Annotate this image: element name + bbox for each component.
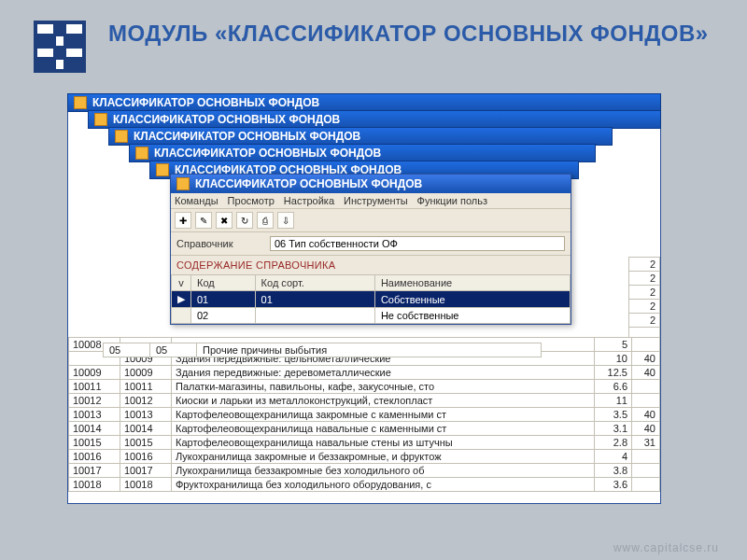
reference-label: Справочник [176, 238, 261, 249]
menubar-item[interactable]: Настройка [284, 195, 334, 206]
toolbar: ✚✎✖↻⎙⇩ [171, 209, 571, 232]
app-icon [94, 113, 107, 126]
window-title: КЛАССИФИКАТОР ОСНОВНЫХ ФОНДОВ [195, 177, 422, 190]
extra-row-table: 05 05 Прочие причины выбытия [103, 343, 542, 357]
cascaded-titlebar-4: КЛАССИФИКАТОР ОСНОВНЫХ ФОНДОВ [129, 144, 596, 162]
menubar-item[interactable]: Функции польз [417, 195, 487, 206]
table-row: 2 [629, 300, 660, 314]
table-row: 1001310013Картофелеовощехранилища закром… [69, 408, 660, 422]
table-row: 1001410014Картофелеовощехранилища наваль… [69, 422, 660, 436]
app-icon [115, 130, 128, 143]
add-icon[interactable]: ✚ [175, 212, 191, 229]
print-icon[interactable]: ⎙ [257, 212, 274, 229]
menubar-item[interactable]: Команды [175, 195, 218, 206]
menubar-item[interactable]: Просмотр [228, 195, 275, 206]
page-title: МОДУЛЬ «КЛАССИФИКАТОР ОСНОВНЫХ ФОНДОВ» [108, 21, 709, 47]
table-row[interactable]: ▶0101Собственные [172, 291, 571, 308]
table-row: 1000910009Здания передвижные: деревомета… [69, 366, 660, 380]
table-row: 1001810018Фруктохранилища без холодильно… [69, 478, 660, 492]
app-icon [156, 163, 169, 176]
background-table: 10008510009Здания передвижные: цельномет… [68, 337, 660, 492]
cascaded-titlebar-2: КЛАССИФИКАТОР ОСНОВНЫХ ФОНДОВ [88, 110, 661, 129]
table-row: 2 [629, 258, 660, 272]
table-row: 05 05 Прочие причины выбытия [104, 343, 542, 357]
table-row: 2 [629, 314, 660, 328]
refresh-icon[interactable]: ↻ [236, 212, 253, 229]
table-row: 2 [629, 272, 660, 286]
table-row: 1001110011Палатки-магазины, павильоны, к… [69, 380, 660, 394]
menubar: КомандыПросмотрНастройкаИнструментыФункц… [171, 193, 571, 209]
content-grid[interactable]: v Код Код сорт. Наименование ▶0101Собств… [171, 274, 571, 324]
section-heading: СОДЕРЖАНИЕ СПРАВОЧНИКА [171, 256, 571, 274]
col-code[interactable]: Код [191, 275, 256, 291]
table-row: 1001610016Лукохранилища закромные и безз… [69, 450, 660, 464]
app-icon [176, 177, 190, 190]
app-icon [74, 96, 87, 109]
table-row: 1001510015Картофелеовощехранилища наваль… [69, 436, 660, 450]
cascaded-titlebar-1: КЛАССИФИКАТОР ОСНОВНЫХ ФОНДОВ [67, 93, 661, 112]
brand-logo [34, 21, 86, 73]
table-row: 1001710017Лукохранилища беззакромные без… [69, 464, 660, 478]
edit-icon[interactable]: ✎ [195, 212, 212, 229]
app-icon [135, 147, 148, 160]
delete-icon[interactable]: ✖ [216, 212, 233, 229]
window-titlebar[interactable]: КЛАССИФИКАТОР ОСНОВНЫХ ФОНДОВ [171, 175, 571, 193]
table-row: 2 [629, 286, 660, 300]
reference-value[interactable]: 06 Тип собственности ОФ [270, 236, 565, 251]
menubar-item[interactable]: Инструменты [344, 195, 408, 206]
footer-url: www.capitalcse.ru [613, 541, 719, 554]
cascaded-titlebar-3: КЛАССИФИКАТОР ОСНОВНЫХ ФОНДОВ [108, 127, 613, 146]
reference-row: Справочник 06 Тип собственности ОФ [171, 232, 571, 256]
table-row[interactable]: 02Не собственные [172, 308, 571, 324]
export-icon[interactable]: ⇩ [277, 212, 294, 229]
col-sort[interactable]: Код сорт. [255, 275, 374, 291]
table-row: 1001210012Киоски и ларьки из металлоконс… [69, 394, 660, 408]
col-name[interactable]: Наименование [374, 275, 570, 291]
expand-column[interactable]: v [172, 275, 191, 291]
classifier-window: КЛАССИФИКАТОР ОСНОВНЫХ ФОНДОВ КомандыПро… [170, 174, 571, 325]
